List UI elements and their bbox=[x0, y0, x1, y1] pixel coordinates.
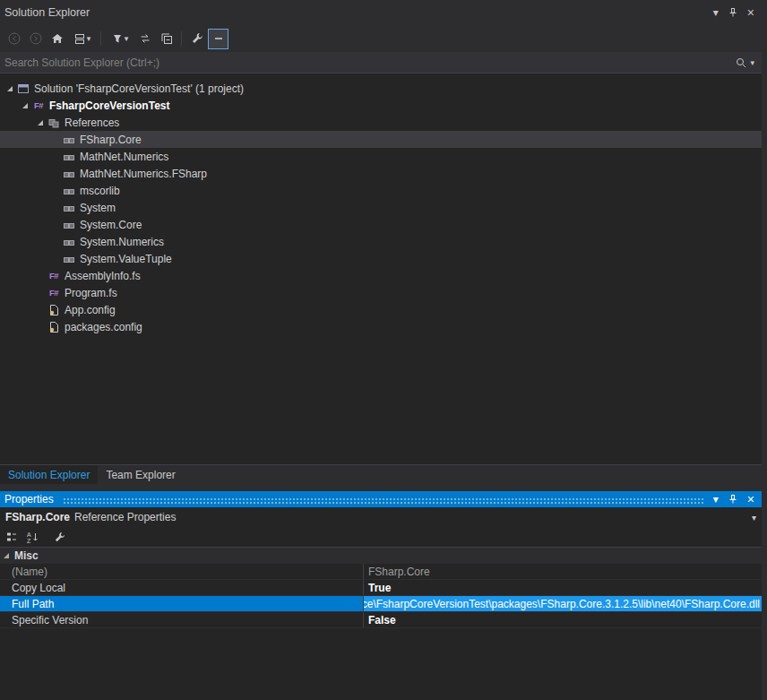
config-icon bbox=[47, 320, 61, 334]
pin-icon[interactable] bbox=[728, 494, 738, 505]
tree-item-label: packages.config bbox=[65, 321, 142, 333]
properties-object-selector[interactable]: FSharp.Core Reference Properties ▾ bbox=[0, 507, 762, 527]
categorized-button[interactable] bbox=[2, 528, 21, 546]
tree-item-label: System bbox=[80, 202, 116, 214]
reference-icon bbox=[62, 184, 76, 198]
category-row-misc[interactable]: Misc bbox=[0, 548, 762, 564]
tree-item-project[interactable]: F# FsharpCoreVersionTest bbox=[0, 97, 762, 114]
properties-button[interactable] bbox=[186, 29, 207, 49]
tree-item-reference[interactable]: FSharp.Core bbox=[0, 131, 762, 148]
fsharp-file-icon: F# bbox=[47, 269, 61, 283]
expander-icon[interactable] bbox=[34, 120, 47, 125]
tree-item-file[interactable]: packages.config bbox=[0, 318, 762, 335]
tree-item-label: FsharpCoreVersionTest bbox=[49, 99, 169, 112]
toolbar-separator bbox=[181, 31, 182, 46]
solution-explorer-toolbar: ▾ ▾ bbox=[0, 25, 762, 52]
show-all-files-button[interactable] bbox=[208, 29, 228, 49]
tab-team-explorer[interactable]: Team Explorer bbox=[98, 465, 183, 484]
category-label: Misc bbox=[14, 549, 39, 562]
tree-item-label: Solution 'FsharpCoreVersionTest' (1 proj… bbox=[34, 82, 244, 95]
panel-title: Solution Explorer bbox=[4, 6, 90, 19]
property-row[interactable]: Specific Version False bbox=[0, 612, 762, 628]
back-button[interactable] bbox=[4, 29, 24, 49]
titlebar-icons: ▾ × bbox=[713, 6, 754, 19]
config-icon bbox=[47, 303, 61, 317]
sync-with-active-document-button[interactable] bbox=[134, 29, 155, 49]
tree-item-label: mscorlib bbox=[80, 185, 120, 197]
search-input[interactable] bbox=[0, 52, 735, 73]
close-icon[interactable]: × bbox=[747, 6, 754, 19]
tree-item-label: MathNet.Numerics bbox=[80, 151, 168, 163]
property-value[interactable]: True bbox=[364, 580, 762, 595]
search-icons: ▾ bbox=[735, 56, 758, 69]
close-icon[interactable]: × bbox=[747, 493, 754, 506]
reference-icon bbox=[62, 133, 76, 147]
tree-item-label: References bbox=[65, 117, 119, 129]
tree-item-label: FSharp.Core bbox=[80, 134, 142, 146]
tree-item-label: App.config bbox=[65, 304, 116, 316]
tree-item-reference[interactable]: System.Core bbox=[0, 216, 762, 233]
search-bar: ▾ bbox=[0, 52, 762, 73]
reference-icon bbox=[62, 150, 76, 164]
toolbar-separator bbox=[100, 31, 101, 46]
collapse-all-button[interactable] bbox=[156, 29, 177, 49]
chevron-down-icon[interactable]: ▾ bbox=[750, 58, 754, 67]
tree-item-label: Program.fs bbox=[65, 287, 117, 299]
tree-item-label: System.Core bbox=[80, 219, 142, 231]
solution-tree: Solution 'FsharpCoreVersionTest' (1 proj… bbox=[0, 73, 762, 464]
chevron-down-icon[interactable]: ▾ bbox=[752, 513, 756, 523]
property-row[interactable]: (Name) FSharp.Core bbox=[0, 564, 762, 580]
property-name[interactable]: Copy Local bbox=[0, 580, 364, 595]
tree-item-reference[interactable]: System.Numerics bbox=[0, 233, 762, 250]
reference-icon bbox=[62, 252, 76, 266]
property-row[interactable]: Copy Local True bbox=[0, 580, 762, 596]
reference-icon bbox=[62, 167, 76, 181]
home-button[interactable] bbox=[47, 29, 67, 49]
tree-item-reference[interactable]: mscorlib bbox=[0, 182, 762, 199]
tree-item-reference[interactable]: System bbox=[0, 199, 762, 216]
tree-item-reference[interactable]: MathNet.Numerics.FSharp bbox=[0, 165, 762, 182]
expander-icon[interactable] bbox=[19, 103, 31, 108]
tree-item-references[interactable]: References bbox=[0, 114, 762, 131]
switch-views-button[interactable]: ▾ bbox=[68, 29, 96, 49]
tree-item-solution[interactable]: Solution 'FsharpCoreVersionTest' (1 proj… bbox=[0, 80, 762, 97]
properties-panel: Properties ▾ × FSharp.Core Reference Pro… bbox=[0, 491, 762, 700]
pending-changes-filter-button[interactable]: ▾ bbox=[106, 29, 134, 49]
expander-icon[interactable] bbox=[4, 86, 16, 91]
tree-item-reference[interactable]: System.ValueTuple bbox=[0, 250, 762, 267]
forward-button[interactable] bbox=[25, 29, 46, 49]
search-icon[interactable] bbox=[735, 56, 747, 69]
tree-item-file[interactable]: App.config bbox=[0, 301, 762, 318]
tab-solution-explorer[interactable]: Solution Explorer bbox=[0, 465, 98, 484]
window-position-chevron-icon[interactable]: ▾ bbox=[713, 7, 719, 18]
tree-item-label: AssemblyInfo.fs bbox=[65, 270, 141, 282]
tool-window-tabstrip: Solution Explorer Team Explorer bbox=[0, 464, 762, 484]
chevron-down-icon: ▾ bbox=[87, 34, 91, 43]
drag-grip[interactable] bbox=[63, 497, 704, 504]
property-name[interactable]: Full Path bbox=[0, 596, 364, 611]
tree-item-file[interactable]: F# AssemblyInfo.fs bbox=[0, 267, 762, 284]
property-value[interactable]: urce\FsharpCoreVersionTest\packages\FSha… bbox=[364, 596, 762, 611]
solution-explorer-titlebar[interactable]: Solution Explorer ▾ × bbox=[0, 0, 762, 25]
properties-titlebar[interactable]: Properties ▾ × bbox=[0, 491, 762, 507]
category-expander-icon[interactable] bbox=[4, 553, 9, 558]
tree-item-reference[interactable]: MathNet.Numerics bbox=[0, 148, 762, 165]
panel-title: Properties bbox=[4, 493, 54, 506]
window-position-chevron-icon[interactable]: ▾ bbox=[713, 494, 719, 505]
tree-item-file[interactable]: F# Program.fs bbox=[0, 284, 762, 301]
svg-text:Z: Z bbox=[27, 538, 31, 544]
property-row-selected[interactable]: Full Path urce\FsharpCoreVersionTest\pac… bbox=[0, 596, 762, 612]
tree-item-label: System.ValueTuple bbox=[80, 253, 172, 265]
property-name[interactable]: (Name) bbox=[0, 564, 364, 579]
references-icon bbox=[47, 116, 61, 130]
tree-item-label: MathNet.Numerics.FSharp bbox=[80, 168, 207, 180]
sort-alphabetical-button[interactable]: AZ bbox=[22, 528, 41, 546]
property-value[interactable]: False bbox=[364, 612, 762, 627]
property-pages-button[interactable] bbox=[50, 528, 69, 546]
pin-icon[interactable] bbox=[728, 7, 738, 18]
property-grid-empty-area bbox=[0, 628, 762, 700]
property-name[interactable]: Specific Version bbox=[0, 612, 364, 627]
fsharp-file-icon: F# bbox=[47, 286, 61, 300]
solution-explorer-panel: Solution Explorer ▾ × ▾ ▾ bbox=[0, 0, 762, 484]
property-value[interactable]: FSharp.Core bbox=[364, 564, 762, 579]
